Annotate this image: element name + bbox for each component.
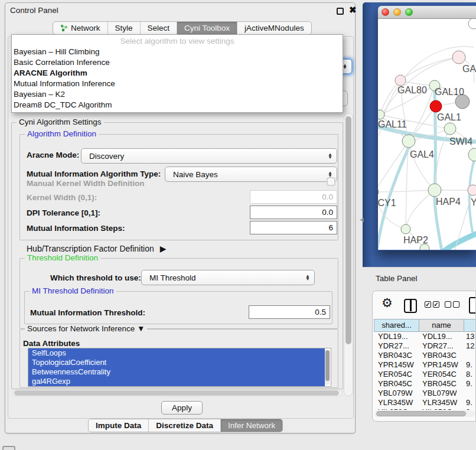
column-header-shared-name[interactable]: shared... [374,319,419,332]
network-canvas[interactable]: GALGAL80GAL10GAL1GAL11SWI4GAL4GCY1HAP4YH… [378,19,476,250]
close-icon[interactable]: ✖ [349,5,357,15]
network-edges [378,47,475,250]
table-cell: YLR345W [419,398,463,407]
dropdown-item[interactable]: Basic Correlation Inference [12,57,343,68]
table-row[interactable]: YBR045CYBR045C9. [374,379,475,389]
mi-steps-field[interactable]: 6 [250,221,337,234]
tab-jactivemnodules[interactable]: jActiveMNodules [237,22,311,34]
gear-icon[interactable]: ⚙ [382,296,393,310]
network-node-swi4[interactable] [444,123,456,135]
manual-kernel-checkbox[interactable] [327,177,335,186]
table-row[interactable]: YPR145WYPR145W9. [374,360,475,370]
scrollbar-thumb[interactable] [325,350,330,381]
apply-button[interactable]: Apply [161,401,203,415]
hub-definition-expander[interactable]: Hub/Transcription Factor Definition ▶ [27,244,166,253]
table-row[interactable]: YDR27...YDR27...12 [374,341,475,351]
table-cell: YDL19... [374,332,419,341]
network-node-y[interactable] [468,185,476,195]
minimize-button[interactable] [393,8,401,16]
tab-select[interactable]: Select [141,22,178,34]
float-icon[interactable] [337,8,344,15]
cursor-artifact [360,218,364,223]
network-node-label: GAL1 [437,112,461,122]
table-row[interactable]: YDL19...YDL19...13 [374,332,475,341]
tab-network[interactable]: Network [53,22,108,34]
network-node-gal4[interactable] [402,135,415,148]
new-table-icon[interactable] [469,297,476,314]
group-title[interactable]: Sources for Network Inference ▼ [25,324,147,333]
scrollbar-thumb[interactable] [376,411,466,416]
data-attributes-list[interactable]: SelfLoopsTopologicalCoefficientBetweenne… [28,348,331,387]
list-scrollbar[interactable] [325,350,330,385]
table-cell: YER054C [419,370,463,379]
aracne-mode-combo[interactable]: Discovery ▲▼ [81,148,337,164]
kernel-width-field[interactable]: 0.0 [250,190,337,204]
manual-kernel-label: Manual Kernel Width Definition [27,179,144,188]
deselect-all-icon[interactable] [445,301,451,308]
mi-type-combo[interactable]: Naive Bayes ▲▼ [165,167,337,182]
network-node[interactable] [468,148,476,161]
network-window[interactable]: GALGAL80GAL10GAL1GAL11SWI4GAL4GCY1HAP4YH… [378,6,476,250]
network-node-gal80[interactable] [395,75,406,86]
collapse-down-icon[interactable]: ▼ [137,324,145,333]
network-window-titlebar[interactable] [378,6,476,19]
scrollbar-thumb[interactable] [14,390,339,396]
settings-vertical-scrollbar[interactable] [344,113,353,396]
dropdown-item[interactable]: Dream8 DC_TDC Algorithm [12,100,343,110]
dropdown-item[interactable]: Bayesian – Hill Climbing [12,47,343,57]
dpi-tolerance-field[interactable]: 0.0 [250,206,337,219]
stepper-icon: ▲▼ [305,275,310,281]
stepper-icon: ▲▼ [328,172,332,177]
settings-horizontal-scrollbar[interactable] [12,389,342,397]
group-title: MI Threshold Definition [30,286,116,295]
table-cell: 9. [463,407,475,410]
minimized-panel-icon[interactable] [2,446,15,450]
expand-right-icon[interactable]: ▶ [160,244,167,253]
table-header: shared... name [374,319,476,332]
table-row[interactable]: YER054CYER054C8. [374,370,475,379]
dropdown-item[interactable]: ARACNE Algorithm [12,68,343,79]
tab-infer-network[interactable]: Infer Network [221,419,282,432]
table-row[interactable]: YIL052CYIL052C9. [374,407,475,410]
tab-style[interactable]: Style [108,22,141,34]
aracne-mode-value: Discovery [89,152,124,161]
data-attributes-label: Data Attributes [23,339,80,348]
dropdown-item[interactable]: Mutual Information Inference [12,79,343,89]
table-panel: ⚙ ✓ ✓ shared... name YDL19...YDL19...13Y… [372,291,476,422]
network-node-hap2[interactable] [401,224,410,234]
table-row[interactable]: YLR345WYLR345W9. [374,398,475,407]
network-node[interactable] [468,19,476,29]
table-cell: 12 [463,341,475,351]
tab-label: Cyni Toolbox [184,24,230,32]
attribute-list-item[interactable]: gal4RGexp [28,377,325,386]
network-node-gal1[interactable] [430,100,442,112]
mi-threshold-field[interactable]: 0.5 [249,305,330,319]
deselect-all-icon[interactable] [453,301,459,308]
network-node-label: GAL [462,64,476,74]
attribute-list-item[interactable]: TopologicalCoefficient [28,358,325,367]
column-header-name[interactable]: name [419,319,464,332]
scrollbar-thumb[interactable] [345,116,351,344]
column-header-partial[interactable] [464,319,476,332]
tab-discretize-data[interactable]: Discretize Data [149,419,221,432]
close-button[interactable] [382,8,389,16]
network-node-hap4[interactable] [428,184,441,197]
table-horizontal-scrollbar[interactable] [374,410,475,417]
stepper-icon: ▲▼ [328,154,332,159]
network-node-gal[interactable] [452,51,465,64]
tab-cyni-toolbox[interactable]: Cyni Toolbox [177,22,237,34]
select-all-icon[interactable]: ✓ [433,301,439,308]
network-node-gal11[interactable] [378,110,384,119]
attribute-list-item[interactable]: BetweennessCentrality [28,367,325,377]
zoom-button[interactable] [405,8,413,16]
select-all-icon[interactable]: ✓ [425,301,431,308]
tab-impute-data[interactable]: Impute Data [89,419,149,432]
table-row[interactable]: YBR043CYBR043C [374,351,475,360]
tab-label: Infer Network [228,421,275,430]
network-node-gcy1[interactable] [378,187,379,197]
attribute-list-item[interactable]: SelfLoops [28,348,325,358]
split-columns-icon[interactable] [404,299,417,313]
table-row[interactable]: YBL079WYBL079W [374,389,475,398]
which-threshold-combo[interactable]: MI Threshold ▲▼ [141,270,315,285]
dropdown-item[interactable]: Bayesian – K2 [12,89,343,100]
